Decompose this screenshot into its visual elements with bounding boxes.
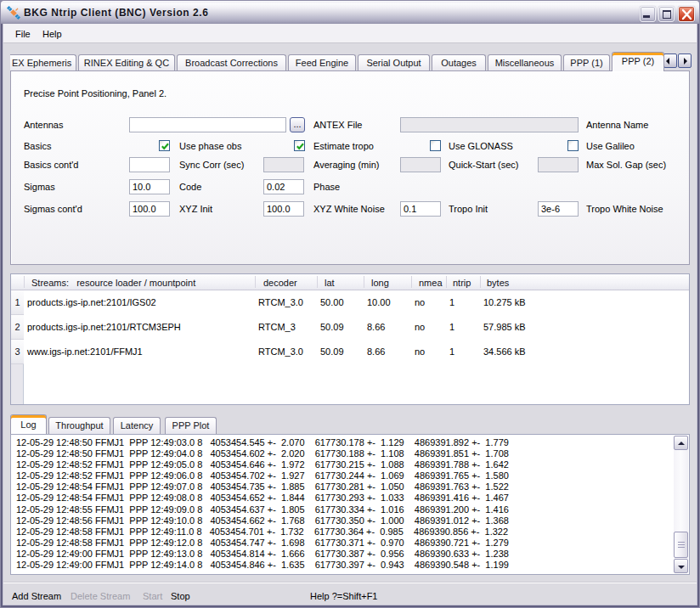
cell-decoder: RTCM_3.0: [258, 340, 303, 364]
browse-antennas-button[interactable]: ...: [290, 117, 305, 132]
use-galileo-checkbox[interactable]: [567, 140, 579, 151]
scroll-up-button[interactable]: [674, 436, 688, 450]
log-line: 12-05-29 12:49:00 FFMJ1 PPP 12:49:13.0 8…: [16, 549, 672, 560]
add-stream-button[interactable]: Add Stream: [12, 590, 61, 602]
window-title: BKG Ntrip Client (BNC) Version 2.6: [24, 7, 208, 19]
tropo-white-noise-label: Tropo White Noise: [586, 203, 663, 215]
sigma-code-input[interactable]: 10.0: [129, 179, 170, 194]
cell-long: 8.66: [367, 340, 385, 364]
tab-throughput[interactable]: Throughput: [48, 417, 110, 434]
title-bar[interactable]: BKG Ntrip Client (BNC) Version 2.6: [1, 1, 699, 24]
cell-nmea: no: [415, 315, 425, 340]
antex-file-input[interactable]: [400, 117, 579, 132]
sync-corr-input[interactable]: [129, 157, 170, 172]
tab-ppp-plot[interactable]: PPP Plot: [165, 417, 217, 434]
arrow-left-icon: [666, 58, 669, 65]
start-button[interactable]: Start: [143, 590, 162, 602]
column-divider: [446, 276, 447, 288]
header-nmea[interactable]: nmea: [419, 277, 443, 289]
tropo-white-noise-input[interactable]: 3e-6: [538, 201, 579, 217]
arrow-right-icon: [684, 58, 687, 65]
cell-ntrip: 1: [449, 315, 454, 340]
arrow-down-icon: [678, 566, 685, 569]
xyz-init-input[interactable]: 100.0: [129, 201, 170, 217]
menu-file[interactable]: File: [14, 27, 31, 41]
log-line: 12-05-29 12:48:54 FFMJ1 PPP 12:49:08.0 8…: [16, 493, 672, 504]
thumb-grip: [678, 542, 685, 543]
arrow-up-icon: [678, 442, 685, 445]
basics-label: Basics: [24, 140, 51, 152]
log-line: 12-05-29 12:48:58 FFMJ1 PPP 12:49:11.0 8…: [16, 526, 672, 538]
use-galileo-label: Use Galileo: [586, 140, 635, 152]
stream-row[interactable]: products.igs-ip.net:2101/IGS02 RTCM_3.0 …: [11, 290, 689, 315]
max-sol-gap-label: Max Sol. Gap (sec): [586, 159, 666, 171]
tab-feed-engine[interactable]: Feed Engine: [288, 54, 356, 71]
check-icon: [160, 141, 171, 152]
stop-button[interactable]: Stop: [171, 590, 190, 602]
estimate-tropo-checkbox[interactable]: [294, 140, 305, 151]
log-scrollbar[interactable]: [674, 436, 688, 573]
antenna-name-label: Antenna Name: [586, 119, 648, 131]
antennas-input[interactable]: [129, 117, 286, 132]
scroll-down-button[interactable]: [674, 559, 688, 573]
header-bytes[interactable]: bytes: [487, 277, 509, 289]
cell-long: 10.00: [367, 290, 391, 315]
use-phase-obs-label: Use phase obs: [179, 140, 241, 152]
app-satellite-icon: [7, 6, 20, 20]
basics-contd-label: Basics cont'd: [24, 159, 78, 171]
stream-row[interactable]: products.igs-ip.net:2101/RTCM3EPH RTCM_3…: [11, 315, 689, 340]
tab-latency[interactable]: Latency: [113, 417, 161, 434]
header-long[interactable]: long: [371, 277, 389, 289]
tab-serial-output[interactable]: Serial Output: [358, 54, 430, 71]
column-divider: [364, 276, 364, 288]
header-decoder[interactable]: decoder: [263, 277, 297, 289]
bottom-tab-bar: Log Throughput Latency PPP Plot: [10, 414, 690, 434]
tab-broadcast-corrections[interactable]: Broadcast Corrections: [177, 54, 286, 71]
header-mountpoint[interactable]: Streams: resource loader / mountpoint: [31, 277, 195, 289]
tropo-init-input[interactable]: 0.1: [400, 201, 441, 217]
tab-ppp-2[interactable]: PPP (2): [612, 52, 664, 71]
log-view[interactable]: 12-05-29 12:48:50 FFMJ1 PPP 12:49:03.0 8…: [10, 434, 690, 575]
header-ntrip[interactable]: ntrip: [453, 277, 471, 289]
use-phase-obs-checkbox[interactable]: [159, 140, 170, 151]
stream-row[interactable]: www.igs-ip.net:2101/FFMJ1 RTCM_3.0 50.09…: [11, 340, 689, 364]
use-glonass-label: Use GLONASS: [449, 140, 513, 152]
app-window: BKG Ntrip Client (BNC) Version 2.6 File …: [0, 0, 700, 608]
tab-rinex-editing-qc[interactable]: RINEX Editing & QC: [78, 54, 175, 71]
tab-scroll-left-button[interactable]: [663, 53, 677, 68]
log-line: 12-05-29 12:48:52 FFMJ1 PPP 12:49:06.0 8…: [16, 470, 672, 481]
sigmas-contd-label: Sigmas cont'd: [24, 203, 82, 215]
minimize-icon: [643, 15, 650, 18]
quick-start-input[interactable]: [400, 157, 441, 172]
cell-mountpoint: www.igs-ip.net:2101/FFMJ1: [27, 340, 143, 364]
tab-log[interactable]: Log: [10, 414, 47, 434]
use-glonass-checkbox[interactable]: [430, 140, 441, 151]
menu-help[interactable]: Help: [42, 27, 63, 41]
tab-outages[interactable]: Outages: [432, 54, 486, 71]
header-lat[interactable]: lat: [325, 277, 335, 289]
cell-lat: 50.00: [320, 290, 344, 315]
help-shortcut-label: Help ?=Shift+F1: [310, 590, 378, 602]
max-sol-gap-input[interactable]: [538, 157, 579, 172]
tab-miscellaneous[interactable]: Miscellaneous: [488, 54, 562, 71]
delete-stream-button[interactable]: Delete Stream: [71, 590, 130, 602]
minimize-button[interactable]: [640, 6, 656, 22]
tab-ppp-1[interactable]: PPP (1): [563, 54, 610, 71]
close-button[interactable]: [678, 6, 695, 22]
cell-ntrip: 1: [449, 340, 454, 364]
scrollbar-thumb[interactable]: [674, 532, 688, 558]
cell-lat: 50.09: [320, 315, 344, 340]
tab-scroll-right-button[interactable]: [678, 53, 692, 68]
log-line: 12-05-29 12:48:55 FFMJ1 PPP 12:49:09.0 8…: [16, 504, 672, 515]
log-line: 12-05-29 12:48:50 FFMJ1 PPP 12:49:03.0 8…: [16, 437, 672, 448]
xyz-white-noise-input[interactable]: 100.0: [263, 201, 304, 217]
averaging-input[interactable]: [263, 157, 304, 172]
log-line: 12-05-29 12:48:52 FFMJ1 PPP 12:49:05.0 8…: [16, 459, 672, 470]
quick-start-label: Quick-Start (sec): [449, 159, 519, 171]
cell-mountpoint: products.igs-ip.net:2101/RTCM3EPH: [27, 315, 181, 340]
xyz-init-label: XYZ Init: [179, 203, 212, 215]
maximize-button[interactable]: [658, 6, 675, 22]
sigma-phase-label: Phase: [313, 181, 340, 193]
sigma-phase-input[interactable]: 0.02: [263, 179, 304, 194]
tab-rinex-ephemeris[interactable]: EX Ephemeris: [10, 54, 76, 71]
